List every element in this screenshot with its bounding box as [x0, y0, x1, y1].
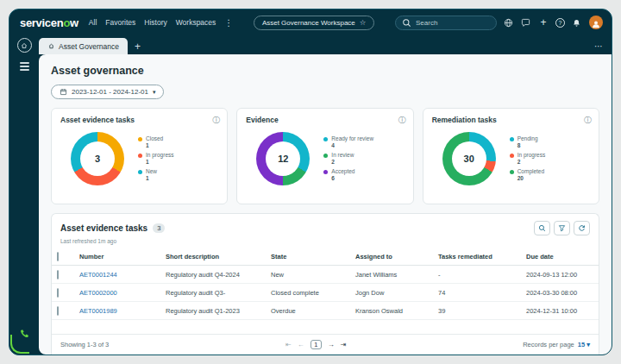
- chevron-down-icon: ▾: [153, 89, 156, 96]
- table-title: Asset evidence tasks: [60, 223, 147, 233]
- user-avatar[interactable]: [589, 16, 603, 29]
- first-page-icon[interactable]: ⇤: [285, 341, 292, 348]
- column-header[interactable]: Assigned to: [350, 248, 433, 266]
- search-placeholder: Search: [416, 19, 437, 27]
- primary-nav: All Favorites History Workspaces ⋮: [89, 18, 233, 28]
- date-range-value: 2023-12-01 - 2024-12-01: [72, 88, 148, 96]
- notifications-bell-icon[interactable]: [572, 17, 582, 28]
- card-remediation-tasks: Remediation tasks ⓘ 30 Pending8: [423, 108, 599, 204]
- legend-dot: [323, 154, 328, 158]
- row-checkbox[interactable]: [57, 306, 59, 316]
- tab-overflow-icon[interactable]: ⋯: [586, 41, 612, 54]
- card-title: Evidence: [246, 116, 404, 124]
- prev-page-icon[interactable]: ←: [298, 341, 304, 348]
- column-header[interactable]: State: [266, 248, 350, 266]
- showing-count-text: Showing 1-3 of 3: [60, 341, 109, 348]
- legend-dot: [138, 137, 142, 141]
- servicenow-logo[interactable]: servicenow: [20, 16, 78, 29]
- legend-item: Closed1: [138, 135, 174, 149]
- info-icon[interactable]: ⓘ: [398, 115, 406, 126]
- row-checkbox[interactable]: [57, 270, 59, 279]
- legend-dot: [138, 154, 142, 158]
- table-row[interactable]: AET0001989 Regulatory audit Q1-2023 Over…: [52, 302, 599, 320]
- home-button[interactable]: [17, 38, 32, 53]
- legend-item: Ready for review4: [323, 135, 373, 149]
- table-row[interactable]: AET0001244 Regulatory audit Q4-2024 New …: [52, 266, 599, 284]
- pagination: ⇤ ← 1 → ⇥: [109, 340, 523, 349]
- search-icon: [402, 17, 412, 28]
- workspace-switcher[interactable]: Asset Governance Workspace ☆: [254, 16, 375, 30]
- legend-dot: [510, 170, 514, 174]
- info-icon[interactable]: ⓘ: [212, 115, 220, 126]
- next-page-icon[interactable]: →: [328, 341, 335, 348]
- nav-item-all[interactable]: All: [89, 18, 97, 27]
- legend-item: Pending8: [510, 135, 546, 149]
- table-footer: Showing 1-3 of 3 ⇤ ← 1 → ⇥ Records per p…: [52, 334, 599, 355]
- chart-legend: Closed1 In progress1 New1: [138, 135, 174, 183]
- records-per-page-label: Records per page: [523, 341, 574, 348]
- main-column: Asset Governance + ⋯ Asset governance 20…: [39, 35, 612, 355]
- tab-label: Asset Governance: [59, 42, 119, 51]
- table-refresh-button[interactable]: [574, 221, 590, 235]
- page-content: Asset governance 2023-12-01 - 2024-12-01…: [39, 54, 612, 355]
- nav-more-icon[interactable]: ⋮: [224, 18, 233, 28]
- chart-legend: Pending8 In progress2 Completed20: [510, 135, 546, 183]
- records-per-page-select[interactable]: 15 ▾: [578, 341, 590, 348]
- nav-item-history[interactable]: History: [144, 18, 166, 27]
- calendar-icon: [60, 88, 67, 96]
- top-header: servicenow All Favorites History Workspa…: [9, 9, 612, 35]
- table-header-row: Number Short description State Assigned …: [52, 248, 599, 266]
- global-search-input[interactable]: Search: [395, 16, 497, 30]
- donut-chart-asset-evidence[interactable]: 3: [71, 132, 124, 185]
- column-header[interactable]: Number: [74, 248, 160, 266]
- tab-bar: Asset Governance + ⋯: [39, 35, 612, 54]
- home-icon: [20, 41, 28, 50]
- globe-icon[interactable]: [504, 17, 514, 28]
- column-header[interactable]: Due date: [521, 248, 599, 266]
- donut-total: 30: [452, 141, 486, 176]
- donut-chart-evidence[interactable]: 12: [256, 132, 310, 185]
- chat-icon[interactable]: [521, 17, 531, 28]
- window-body: Asset Governance + ⋯ Asset governance 20…: [9, 35, 612, 355]
- menu-toggle-icon[interactable]: [18, 60, 31, 72]
- last-page-icon[interactable]: ⇥: [341, 341, 347, 348]
- record-link[interactable]: AET0002000: [79, 289, 117, 297]
- favorite-star-icon[interactable]: ☆: [360, 18, 367, 27]
- legend-dot: [138, 170, 142, 174]
- filter-funnel-icon: [558, 224, 566, 232]
- records-table: Number Short description State Assigned …: [52, 248, 599, 320]
- column-header[interactable]: Tasks remediated: [433, 248, 521, 266]
- current-page-button[interactable]: 1: [310, 340, 322, 349]
- record-link[interactable]: AET0001989: [79, 307, 117, 315]
- table-row[interactable]: AET0002000 Regulatory audit Q3- Closed c…: [52, 284, 599, 302]
- row-checkbox[interactable]: [57, 288, 59, 298]
- nav-item-workspaces[interactable]: Workspaces: [176, 18, 216, 27]
- logo-accent: o: [63, 16, 70, 29]
- table-search-button[interactable]: [534, 221, 550, 235]
- help-icon[interactable]: ?: [555, 18, 565, 28]
- page-title: Asset governance: [51, 65, 599, 77]
- legend-item: Accepted6: [323, 168, 373, 182]
- legend-item: In progress2: [510, 152, 546, 166]
- legend-dot: [510, 137, 514, 141]
- record-link[interactable]: AET0001244: [79, 271, 117, 279]
- info-icon[interactable]: ⓘ: [584, 115, 592, 126]
- chart-legend: Ready for review4 In review2 Accepted6: [323, 135, 373, 183]
- donut-chart-remediation[interactable]: 30: [442, 132, 496, 185]
- new-tab-button[interactable]: +: [128, 41, 147, 54]
- column-header[interactable]: Short description: [160, 248, 266, 266]
- date-range-filter[interactable]: 2023-12-01 - 2024-12-01 ▾: [51, 85, 164, 99]
- support-phone-icon[interactable]: [18, 329, 30, 344]
- refresh-icon: [578, 224, 586, 232]
- donut-total: 3: [80, 141, 115, 176]
- left-sidebar: [9, 35, 39, 355]
- logo-text: servicen: [20, 16, 63, 29]
- select-all-checkbox[interactable]: [57, 252, 59, 261]
- legend-item: In review2: [323, 152, 373, 166]
- nav-item-favorites[interactable]: Favorites: [105, 18, 135, 27]
- table-filter-button[interactable]: [554, 221, 570, 235]
- asset-evidence-tasks-panel: Asset evidence tasks 3: [51, 213, 599, 355]
- legend-dot: [323, 137, 328, 141]
- tab-asset-governance[interactable]: Asset Governance: [39, 38, 128, 54]
- add-icon[interactable]: +: [538, 17, 549, 28]
